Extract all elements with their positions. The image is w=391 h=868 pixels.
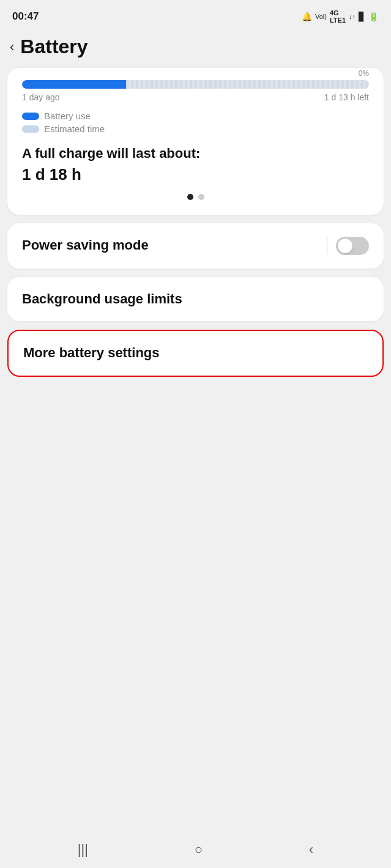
legend-item-estimated-time: Estimated time [22, 124, 369, 134]
vol-icon: Vol) [315, 13, 327, 20]
alarm-icon: 🔔 [302, 12, 312, 21]
toggle-knob [338, 239, 352, 253]
background-usage-item[interactable]: Background usage limits [7, 277, 384, 322]
bottom-nav: ||| ○ ‹ [0, 831, 391, 868]
legend-item-battery-use: Battery use [22, 111, 369, 121]
dot-inactive [198, 194, 204, 200]
start-time-label: 1 day ago [22, 92, 60, 102]
power-saving-label: Power saving mode [22, 237, 149, 254]
page-title: Battery [20, 35, 88, 58]
more-battery-settings-item[interactable]: More battery settings [7, 330, 384, 377]
nav-home-button[interactable]: ○ [195, 842, 203, 858]
toggle-divider [327, 237, 328, 254]
end-time-label: 1 d 13 h left [324, 92, 369, 102]
back-button[interactable]: ‹ [10, 39, 14, 55]
legend-dot-blue [22, 113, 39, 120]
toggle-container [327, 237, 370, 255]
legend-label-battery-use: Battery use [44, 111, 91, 121]
legend: Battery use Estimated time [22, 111, 369, 134]
dot-active [187, 194, 193, 200]
status-bar: 00:47 🔔 Vol) 4GLTE1 ↓↑ ▊ 🔋 [0, 0, 391, 31]
progress-bar [22, 80, 369, 89]
more-battery-settings-label: More battery settings [23, 345, 160, 360]
legend-dot-gray [22, 125, 39, 133]
progress-bar-striped [126, 80, 369, 89]
percent-label: 0% [359, 69, 369, 78]
power-saving-row: Power saving mode [22, 237, 369, 255]
nav-back-button[interactable]: ‹ [309, 842, 313, 858]
power-saving-item[interactable]: Power saving mode [7, 223, 384, 269]
dots-indicator [22, 194, 369, 200]
status-time: 00:47 [12, 10, 39, 23]
legend-label-estimated-time: Estimated time [44, 124, 105, 134]
full-charge-label: A full charge will last about: [22, 145, 369, 163]
status-icons: 🔔 Vol) 4GLTE1 ↓↑ ▊ 🔋 [302, 9, 379, 24]
nav-menu-button[interactable]: ||| [78, 842, 88, 858]
battery-chart-area: 0% 1 day ago 1 d 13 h left [22, 80, 369, 102]
full-charge-section: A full charge will last about: 1 d 18 h [22, 145, 369, 184]
power-saving-toggle[interactable] [336, 237, 369, 255]
header: ‹ Battery [0, 31, 391, 68]
progress-bar-fill [22, 80, 126, 89]
full-charge-value: 1 d 18 h [22, 165, 369, 184]
background-usage-label: Background usage limits [22, 291, 182, 306]
signal-icon: ▊ [359, 12, 365, 21]
time-labels: 1 day ago 1 d 13 h left [22, 92, 369, 102]
battery-card: 0% 1 day ago 1 d 13 h left Battery use E… [7, 68, 384, 215]
battery-icon: 🔋 [368, 12, 379, 21]
network-icon: 4GLTE1 [330, 9, 346, 24]
data-icon: ↓↑ [349, 13, 356, 20]
